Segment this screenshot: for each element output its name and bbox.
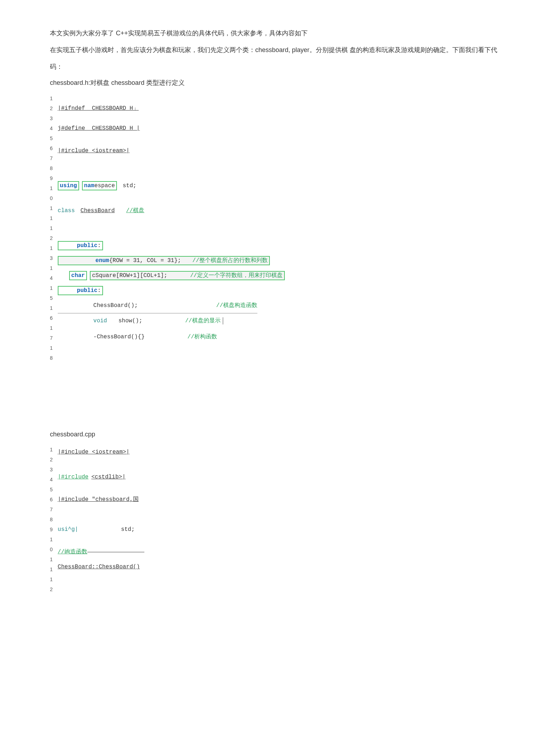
code-text: |#include <iostream>| [58, 447, 130, 457]
code-text: cSquare[ROW+1][COL+1]; [92, 272, 167, 280]
intro-text: 本文实例为大家分享了 C++实现简易五子棋游戏位的具体代码，供大家参考，具体内容… [50, 25, 510, 75]
code-text: |#include "chessboard,国 [58, 495, 139, 504]
keyword: enum [96, 257, 109, 265]
keyword: using [60, 183, 77, 189]
section-1-title-rest: 对棋盘 chessboard 类型进行定义 [90, 79, 185, 86]
spacer [50, 384, 510, 427]
code-lines-1: |#ifndef _CHESSBOARD_H」 j#define _CHESSB… [58, 93, 510, 363]
keyword-suffix: espace [94, 183, 115, 189]
code-text: <cstdlib>| [91, 472, 125, 482]
intro-para-2: 在实现五子棋小游戏时，首先应该分为棋盘和玩家，我们先定义两个类：chessboa… [50, 42, 510, 75]
comment: //定义一个字符数组，用来打印棋盘 [190, 272, 282, 280]
keyword: public [77, 242, 98, 250]
section-2-title: chessboard.cpp [50, 431, 510, 438]
document-page: 本文实例为大家分享了 C++实现简易五子棋游戏位的具体代码，供大家参考，具体内容… [0, 0, 560, 644]
code-block-1: 123456789101112131415161718 |#ifndef _CH… [50, 93, 510, 363]
code-text: {ROW = 31, COL = 31}; [109, 257, 181, 265]
comment: //棋盘构造函数 [216, 301, 257, 311]
code-text: ChessBoard(); [93, 301, 138, 311]
code-text: show(); [118, 316, 142, 326]
keyword: class [58, 206, 75, 216]
keyword: char [71, 272, 85, 279]
keyword-prefix: nam [84, 183, 94, 189]
code-text: : [97, 287, 101, 294]
code-text: |#irclude [58, 472, 88, 482]
code-text: j#define _CHESSBOARD_H_| [58, 123, 140, 133]
comment: //棋盘 [126, 206, 144, 216]
section-1-title-prefix: chessboard.h: [50, 79, 90, 86]
code-text: |#irclude <iostream>| [58, 146, 130, 156]
keyword: public [77, 287, 98, 294]
code-block-2: 123456789101112 |#include <iostream>| |#… [50, 445, 510, 594]
code-text: -ChessBoard(){} [93, 332, 145, 342]
comment: //棋盘的显示 [185, 316, 220, 326]
code-text: std; [123, 181, 136, 191]
code-lines-2: |#include <iostream>| |#irclude<cstdlib>… [58, 445, 510, 594]
code-text: usi^g| [58, 524, 78, 534]
code-text: ChessBoard [81, 206, 115, 216]
code-text: std; [121, 524, 134, 534]
intro-para-1: 本文实例为大家分享了 C++实现简易五子棋游戏位的具体代码，供大家参考，具体内容… [50, 25, 510, 42]
comment: //岣造函数 [58, 547, 87, 557]
comment: //析构函数 [187, 332, 217, 342]
code-text: |#ifndef _CHESSBOARD_H」 [58, 103, 139, 113]
section-1-title: chessboard.h:对棋盘 chessboard 类型进行定义 [50, 78, 510, 87]
comment: //整个棋盘所占的行数和列数 [192, 257, 268, 265]
code-text: ChessBoard::ChessBoard() [58, 562, 140, 572]
code-text: : [97, 242, 101, 250]
gutter-1: 123456789101112131415161718 [50, 93, 58, 363]
gutter-2: 123456789101112 [50, 445, 58, 594]
keyword: void [93, 316, 107, 326]
